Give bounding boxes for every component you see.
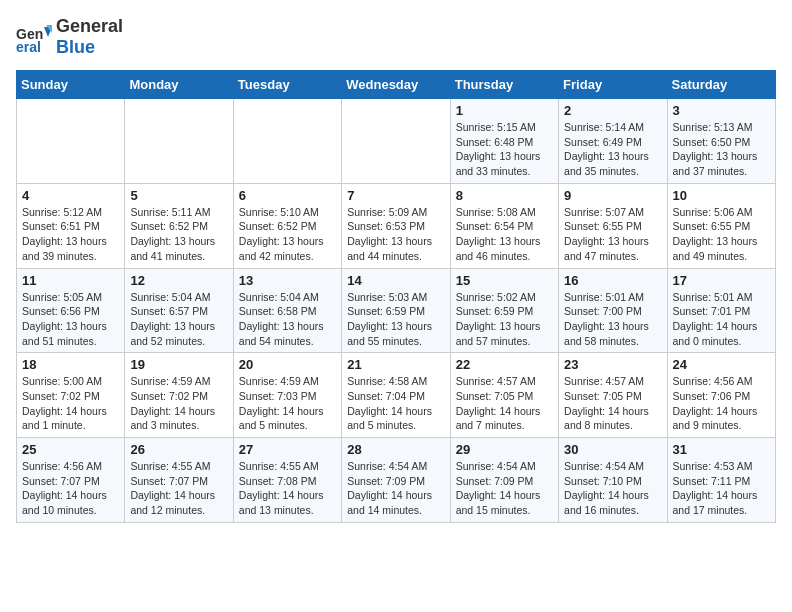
day-number: 3: [673, 103, 770, 118]
calendar-cell: 6Sunrise: 5:10 AM Sunset: 6:52 PM Daylig…: [233, 183, 341, 268]
calendar-cell: 2Sunrise: 5:14 AM Sunset: 6:49 PM Daylig…: [559, 99, 667, 184]
day-info: Sunrise: 5:11 AM Sunset: 6:52 PM Dayligh…: [130, 205, 227, 264]
day-info: Sunrise: 5:04 AM Sunset: 6:58 PM Dayligh…: [239, 290, 336, 349]
day-header-tuesday: Tuesday: [233, 71, 341, 99]
calendar-cell: 20Sunrise: 4:59 AM Sunset: 7:03 PM Dayli…: [233, 353, 341, 438]
calendar-cell: 14Sunrise: 5:03 AM Sunset: 6:59 PM Dayli…: [342, 268, 450, 353]
calendar-cell: 29Sunrise: 4:54 AM Sunset: 7:09 PM Dayli…: [450, 438, 558, 523]
calendar-week-2: 4Sunrise: 5:12 AM Sunset: 6:51 PM Daylig…: [17, 183, 776, 268]
logo: Gen eral General Blue: [16, 16, 123, 58]
day-info: Sunrise: 5:07 AM Sunset: 6:55 PM Dayligh…: [564, 205, 661, 264]
day-number: 27: [239, 442, 336, 457]
day-info: Sunrise: 4:57 AM Sunset: 7:05 PM Dayligh…: [564, 374, 661, 433]
calendar-cell: 8Sunrise: 5:08 AM Sunset: 6:54 PM Daylig…: [450, 183, 558, 268]
calendar-cell: 23Sunrise: 4:57 AM Sunset: 7:05 PM Dayli…: [559, 353, 667, 438]
day-number: 2: [564, 103, 661, 118]
day-info: Sunrise: 5:04 AM Sunset: 6:57 PM Dayligh…: [130, 290, 227, 349]
calendar-cell: 24Sunrise: 4:56 AM Sunset: 7:06 PM Dayli…: [667, 353, 775, 438]
calendar-cell: 22Sunrise: 4:57 AM Sunset: 7:05 PM Dayli…: [450, 353, 558, 438]
day-info: Sunrise: 4:54 AM Sunset: 7:09 PM Dayligh…: [456, 459, 553, 518]
day-number: 29: [456, 442, 553, 457]
calendar-cell: 25Sunrise: 4:56 AM Sunset: 7:07 PM Dayli…: [17, 438, 125, 523]
calendar-cell: 11Sunrise: 5:05 AM Sunset: 6:56 PM Dayli…: [17, 268, 125, 353]
day-info: Sunrise: 5:06 AM Sunset: 6:55 PM Dayligh…: [673, 205, 770, 264]
calendar-cell: 26Sunrise: 4:55 AM Sunset: 7:07 PM Dayli…: [125, 438, 233, 523]
day-number: 30: [564, 442, 661, 457]
calendar-cell: 1Sunrise: 5:15 AM Sunset: 6:48 PM Daylig…: [450, 99, 558, 184]
calendar-cell: 13Sunrise: 5:04 AM Sunset: 6:58 PM Dayli…: [233, 268, 341, 353]
day-info: Sunrise: 4:55 AM Sunset: 7:07 PM Dayligh…: [130, 459, 227, 518]
day-number: 8: [456, 188, 553, 203]
day-info: Sunrise: 4:59 AM Sunset: 7:02 PM Dayligh…: [130, 374, 227, 433]
calendar-cell: 31Sunrise: 4:53 AM Sunset: 7:11 PM Dayli…: [667, 438, 775, 523]
day-number: 16: [564, 273, 661, 288]
day-header-thursday: Thursday: [450, 71, 558, 99]
day-info: Sunrise: 5:05 AM Sunset: 6:56 PM Dayligh…: [22, 290, 119, 349]
day-info: Sunrise: 5:03 AM Sunset: 6:59 PM Dayligh…: [347, 290, 444, 349]
calendar-cell: 15Sunrise: 5:02 AM Sunset: 6:59 PM Dayli…: [450, 268, 558, 353]
calendar-cell: 16Sunrise: 5:01 AM Sunset: 7:00 PM Dayli…: [559, 268, 667, 353]
logo-general: General: [56, 16, 123, 37]
calendar-cell: 27Sunrise: 4:55 AM Sunset: 7:08 PM Dayli…: [233, 438, 341, 523]
day-number: 18: [22, 357, 119, 372]
day-number: 20: [239, 357, 336, 372]
svg-text:eral: eral: [16, 39, 41, 55]
day-number: 13: [239, 273, 336, 288]
day-number: 21: [347, 357, 444, 372]
calendar-cell: 21Sunrise: 4:58 AM Sunset: 7:04 PM Dayli…: [342, 353, 450, 438]
day-number: 31: [673, 442, 770, 457]
calendar-cell: [125, 99, 233, 184]
day-header-saturday: Saturday: [667, 71, 775, 99]
day-number: 7: [347, 188, 444, 203]
day-info: Sunrise: 5:15 AM Sunset: 6:48 PM Dayligh…: [456, 120, 553, 179]
calendar-body: 1Sunrise: 5:15 AM Sunset: 6:48 PM Daylig…: [17, 99, 776, 523]
calendar-cell: [233, 99, 341, 184]
day-info: Sunrise: 5:09 AM Sunset: 6:53 PM Dayligh…: [347, 205, 444, 264]
calendar-cell: 7Sunrise: 5:09 AM Sunset: 6:53 PM Daylig…: [342, 183, 450, 268]
calendar-cell: 19Sunrise: 4:59 AM Sunset: 7:02 PM Dayli…: [125, 353, 233, 438]
calendar-cell: 3Sunrise: 5:13 AM Sunset: 6:50 PM Daylig…: [667, 99, 775, 184]
calendar-cell: 4Sunrise: 5:12 AM Sunset: 6:51 PM Daylig…: [17, 183, 125, 268]
day-number: 24: [673, 357, 770, 372]
day-number: 11: [22, 273, 119, 288]
day-info: Sunrise: 4:57 AM Sunset: 7:05 PM Dayligh…: [456, 374, 553, 433]
day-info: Sunrise: 4:56 AM Sunset: 7:06 PM Dayligh…: [673, 374, 770, 433]
day-number: 25: [22, 442, 119, 457]
calendar-cell: [342, 99, 450, 184]
day-number: 6: [239, 188, 336, 203]
day-info: Sunrise: 5:12 AM Sunset: 6:51 PM Dayligh…: [22, 205, 119, 264]
day-info: Sunrise: 5:08 AM Sunset: 6:54 PM Dayligh…: [456, 205, 553, 264]
calendar-cell: 10Sunrise: 5:06 AM Sunset: 6:55 PM Dayli…: [667, 183, 775, 268]
calendar-cell: 30Sunrise: 4:54 AM Sunset: 7:10 PM Dayli…: [559, 438, 667, 523]
calendar-week-5: 25Sunrise: 4:56 AM Sunset: 7:07 PM Dayli…: [17, 438, 776, 523]
calendar-cell: 5Sunrise: 5:11 AM Sunset: 6:52 PM Daylig…: [125, 183, 233, 268]
day-number: 5: [130, 188, 227, 203]
day-number: 9: [564, 188, 661, 203]
day-info: Sunrise: 5:00 AM Sunset: 7:02 PM Dayligh…: [22, 374, 119, 433]
day-info: Sunrise: 5:01 AM Sunset: 7:01 PM Dayligh…: [673, 290, 770, 349]
day-info: Sunrise: 5:14 AM Sunset: 6:49 PM Dayligh…: [564, 120, 661, 179]
day-number: 12: [130, 273, 227, 288]
calendar-cell: 12Sunrise: 5:04 AM Sunset: 6:57 PM Dayli…: [125, 268, 233, 353]
calendar-cell: 17Sunrise: 5:01 AM Sunset: 7:01 PM Dayli…: [667, 268, 775, 353]
calendar-cell: 9Sunrise: 5:07 AM Sunset: 6:55 PM Daylig…: [559, 183, 667, 268]
day-info: Sunrise: 5:02 AM Sunset: 6:59 PM Dayligh…: [456, 290, 553, 349]
day-info: Sunrise: 4:54 AM Sunset: 7:10 PM Dayligh…: [564, 459, 661, 518]
day-number: 17: [673, 273, 770, 288]
calendar-cell: 28Sunrise: 4:54 AM Sunset: 7:09 PM Dayli…: [342, 438, 450, 523]
day-number: 26: [130, 442, 227, 457]
calendar-cell: 18Sunrise: 5:00 AM Sunset: 7:02 PM Dayli…: [17, 353, 125, 438]
logo-icon: Gen eral: [16, 19, 52, 55]
day-header-monday: Monday: [125, 71, 233, 99]
day-header-wednesday: Wednesday: [342, 71, 450, 99]
day-info: Sunrise: 5:13 AM Sunset: 6:50 PM Dayligh…: [673, 120, 770, 179]
day-number: 22: [456, 357, 553, 372]
day-info: Sunrise: 5:01 AM Sunset: 7:00 PM Dayligh…: [564, 290, 661, 349]
day-number: 4: [22, 188, 119, 203]
day-number: 10: [673, 188, 770, 203]
day-info: Sunrise: 5:10 AM Sunset: 6:52 PM Dayligh…: [239, 205, 336, 264]
calendar-week-1: 1Sunrise: 5:15 AM Sunset: 6:48 PM Daylig…: [17, 99, 776, 184]
calendar-table: SundayMondayTuesdayWednesdayThursdayFrid…: [16, 70, 776, 523]
day-number: 1: [456, 103, 553, 118]
day-number: 19: [130, 357, 227, 372]
